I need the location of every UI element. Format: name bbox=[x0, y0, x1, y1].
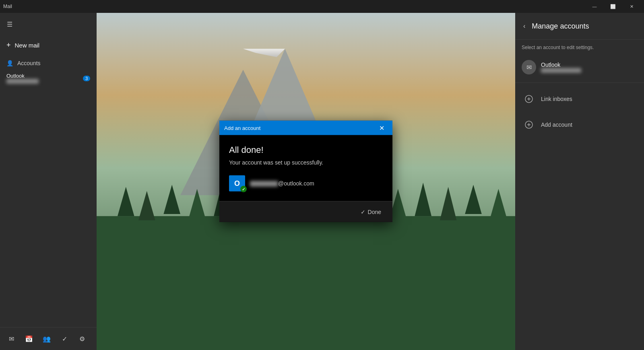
account-mail-icon: ✉ bbox=[522, 60, 536, 74]
dialog-email-blur bbox=[250, 181, 278, 187]
outlook-checkmark-icon: ✓ bbox=[240, 186, 247, 192]
minimize-button[interactable]: — bbox=[585, 0, 604, 13]
right-panel-account-info: Outlook bbox=[541, 62, 581, 73]
right-panel-account-item[interactable]: ✉ Outlook bbox=[515, 55, 644, 79]
dialog-titlebar: Add an account ✕ bbox=[219, 121, 392, 135]
done-button[interactable]: ✓ Done bbox=[356, 205, 386, 218]
sidebar-bottom: ✉ 📅 👥 ✓ ⚙ bbox=[0, 327, 97, 350]
dialog-heading: All done! bbox=[229, 145, 383, 155]
sidebar-top: ☰ bbox=[0, 13, 97, 35]
accounts-section: 👤 Accounts bbox=[0, 55, 97, 70]
new-mail-plus-icon: + bbox=[6, 41, 11, 49]
right-panel-account-email bbox=[541, 68, 581, 73]
title-bar: Mail — ⬜ ✕ bbox=[0, 0, 644, 13]
account-item-left: Outlook bbox=[6, 73, 39, 84]
manage-accounts-subtitle: Select an account to edit settings. bbox=[515, 40, 644, 55]
accounts-person-icon: 👤 bbox=[6, 60, 13, 66]
mail-nav-button[interactable]: ✉ bbox=[3, 331, 19, 347]
account-name: Outlook bbox=[6, 73, 39, 79]
right-panel-divider bbox=[515, 82, 644, 83]
right-panel-header: ‹ Manage accounts bbox=[515, 13, 644, 40]
title-bar-left: Mail bbox=[3, 4, 12, 9]
settings-nav-button[interactable]: ⚙ bbox=[74, 331, 90, 347]
new-mail-button[interactable]: + New mail bbox=[0, 35, 97, 55]
link-inboxes-label: Link inboxes bbox=[541, 96, 572, 102]
hamburger-button[interactable]: ☰ bbox=[2, 16, 18, 32]
content-area: 🔍 ↻ ⊞ All ▾ bbox=[97, 13, 515, 350]
people-nav-button[interactable]: 👥 bbox=[39, 331, 55, 347]
sidebar-account-item[interactable]: Outlook 3 bbox=[0, 70, 97, 87]
link-inboxes-icon bbox=[522, 92, 536, 106]
sidebar: ☰ + New mail 👤 Accounts Outlook 3 ✉ 📅 👥 … bbox=[0, 13, 97, 350]
dialog-account-email: @outlook.com bbox=[250, 180, 314, 187]
close-button[interactable]: ✕ bbox=[622, 0, 641, 13]
dialog-title: Add an account bbox=[224, 125, 260, 131]
dialog-footer: ✓ Done bbox=[219, 201, 392, 222]
add-account-action[interactable]: Add account bbox=[515, 112, 644, 138]
done-label: Done bbox=[368, 208, 381, 215]
right-panel: ‹ Manage accounts Select an account to e… bbox=[515, 13, 644, 350]
back-button[interactable]: ‹ bbox=[522, 21, 527, 31]
calendar-nav-button[interactable]: 📅 bbox=[21, 331, 37, 347]
add-account-dialog: Add an account ✕ All done! Your account … bbox=[219, 121, 392, 222]
dialog-body: All done! Your account was set up succes… bbox=[219, 135, 392, 201]
svg-rect-4 bbox=[97, 216, 515, 350]
outlook-icon: O ✓ bbox=[229, 175, 245, 191]
tasks-nav-button[interactable]: ✓ bbox=[56, 331, 72, 347]
done-check-icon: ✓ bbox=[361, 208, 365, 215]
add-account-icon bbox=[522, 117, 536, 132]
accounts-label: Accounts bbox=[17, 60, 41, 66]
main-area: ☰ + New mail 👤 Accounts Outlook 3 ✉ 📅 👥 … bbox=[0, 13, 644, 350]
dialog-close-button[interactable]: ✕ bbox=[376, 122, 388, 133]
new-mail-label: New mail bbox=[15, 42, 40, 49]
app-title: Mail bbox=[3, 4, 12, 9]
manage-accounts-title: Manage accounts bbox=[532, 22, 589, 31]
maximize-button[interactable]: ⬜ bbox=[604, 0, 622, 13]
account-badge: 3 bbox=[83, 76, 90, 81]
title-bar-controls: — ⬜ ✕ bbox=[585, 0, 641, 13]
dialog-account-row: O ✓ @outlook.com bbox=[229, 175, 383, 191]
link-inboxes-action[interactable]: Link inboxes bbox=[515, 86, 644, 112]
right-panel-account-name: Outlook bbox=[541, 62, 581, 68]
add-account-label: Add account bbox=[541, 121, 572, 128]
account-email bbox=[6, 79, 39, 84]
outlook-letter: O bbox=[234, 179, 240, 187]
dialog-subtext: Your account was set up successfully. bbox=[229, 159, 383, 166]
